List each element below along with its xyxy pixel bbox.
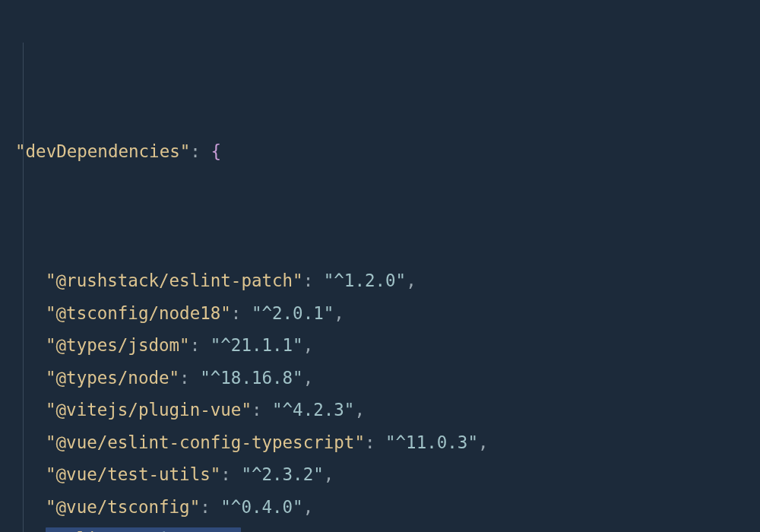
colon-token: : <box>190 141 201 161</box>
dependency-line[interactable]: "@rushstack/eslint-patch": "^1.2.0", <box>0 264 760 297</box>
dependency-line[interactable]: "@vue/eslint-config-typescript": "^11.0.… <box>0 426 760 459</box>
dependency-name: "@tsconfig/node18" <box>46 303 231 323</box>
dependency-line[interactable]: "@vitejs/plugin-vue": "^4.2.3", <box>0 394 760 426</box>
dependency-line[interactable]: "@types/jsdom": "^21.1.1", <box>0 329 760 362</box>
section-key: "devDependencies" <box>15 141 190 161</box>
selection-highlight: "eslint":·"^8.39.0" <box>46 527 241 532</box>
dependency-version: "^1.2.0" <box>324 271 406 290</box>
dependency-name: "@types/jsdom" <box>46 335 190 355</box>
dependency-version: "^2.0.1" <box>252 303 334 323</box>
section-header-line[interactable]: "devDependencies": { <box>0 135 760 168</box>
whitespace-dot-icon: · <box>138 529 149 532</box>
dependency-version: "^0.4.0" <box>220 497 302 517</box>
dependency-line[interactable]: "eslint":·"^8.39.0", <box>0 523 760 532</box>
dependency-line[interactable]: "@vue/tsconfig": "^0.4.0", <box>0 491 760 524</box>
dependency-version: "^4.2.3" <box>272 400 354 420</box>
dependency-name: "@vue/test-utils" <box>46 464 220 484</box>
dependency-version: "^21.1.1" <box>211 335 303 355</box>
dependency-name: "eslint" <box>46 529 128 532</box>
dependency-line[interactable]: "@tsconfig/node18": "^2.0.1", <box>0 297 760 330</box>
dependency-line[interactable]: "@vue/test-utils": "^2.3.2", <box>0 458 760 491</box>
dependency-name: "@vitejs/plugin-vue" <box>46 400 252 420</box>
open-brace-token: { <box>211 141 221 161</box>
dependency-version: "^2.3.2" <box>241 464 323 484</box>
dependency-line[interactable]: "@types/node": "^18.16.8", <box>0 362 760 394</box>
dependency-name: "@types/node" <box>46 368 179 388</box>
dependency-version: "^11.0.3" <box>385 432 478 452</box>
dependency-version: "^8.39.0" <box>148 529 241 532</box>
dependency-name: "@vue/eslint-config-typescript" <box>46 432 365 452</box>
dependency-name: "@vue/tsconfig" <box>46 497 200 517</box>
dependency-name: "@rushstack/eslint-patch" <box>46 271 303 290</box>
code-editor[interactable]: "devDependencies": { "@rushstack/eslint-… <box>0 6 760 532</box>
dependency-version: "^18.16.8" <box>200 368 302 388</box>
